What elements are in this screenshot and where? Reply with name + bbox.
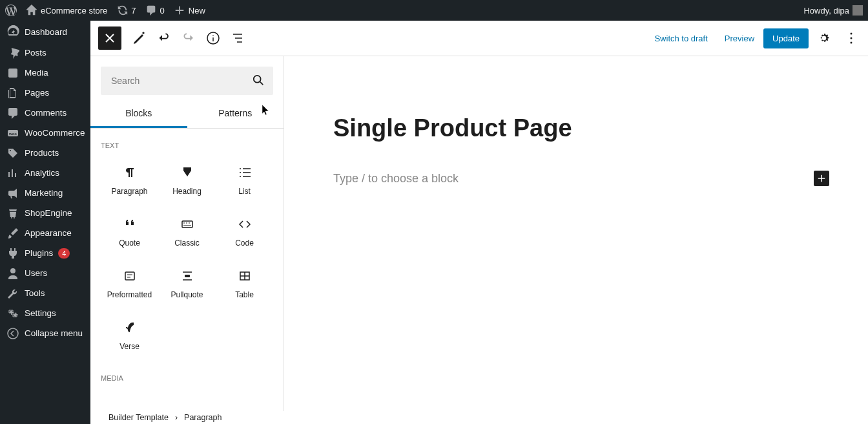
svg-rect-12: [185, 275, 190, 277]
block-pullquote[interactable]: Pullquote: [158, 258, 216, 310]
add-block-button[interactable]: [814, 171, 829, 186]
sidebar-item-analytics[interactable]: Analytics: [0, 163, 90, 183]
sidebar-item-comments[interactable]: Comments: [0, 103, 90, 123]
edit-tool-button[interactable]: [128, 26, 151, 50]
comments-count: 0: [160, 6, 165, 16]
block-list[interactable]: List: [216, 154, 273, 206]
paragraph-icon: [122, 165, 138, 180]
howdy-link[interactable]: Howdy, dipa: [803, 5, 863, 16]
block-classic[interactable]: Classic: [158, 206, 216, 258]
site-home-link[interactable]: eCommerce store: [26, 5, 107, 16]
block-inserter: Blocks Patterns TEXT Paragraph Heading L…: [90, 56, 284, 411]
sidebar-item-tools[interactable]: Tools: [0, 283, 90, 303]
sidebar-item-pages[interactable]: Pages: [0, 83, 90, 103]
shopengine-icon: [6, 207, 19, 220]
sidebar-item-posts[interactable]: Posts: [0, 43, 90, 63]
new-content-link[interactable]: New: [174, 5, 205, 16]
breadcrumb: Builder Template › Paragraph: [90, 411, 868, 424]
undo-icon: [156, 30, 172, 46]
new-label: New: [189, 6, 205, 16]
undo-button[interactable]: [152, 26, 176, 50]
block-placeholder[interactable]: Type / to choose a block: [333, 172, 459, 186]
info-icon: [205, 30, 221, 46]
kebab-icon: [843, 30, 859, 46]
details-button[interactable]: [202, 26, 225, 50]
sidebar-item-plugins[interactable]: Plugins4: [0, 243, 90, 263]
breadcrumb-current[interactable]: Paragraph: [184, 413, 222, 422]
update-button[interactable]: Update: [763, 28, 809, 48]
label: Collapse menu: [25, 328, 83, 338]
svg-point-9: [254, 76, 261, 83]
table-icon: [237, 268, 253, 284]
pencil-icon: [132, 30, 147, 46]
sidebar-item-products[interactable]: Products: [0, 143, 90, 163]
block-preformatted[interactable]: Preformatted: [101, 258, 158, 310]
section-title-media: MEDIA: [101, 374, 273, 382]
sidebar-item-dashboard[interactable]: Dashboard: [0, 21, 90, 43]
settings-button[interactable]: [812, 26, 836, 50]
sidebar-item-woocommerce[interactable]: wooWooCommerce: [0, 123, 90, 143]
label: Verse: [119, 342, 140, 351]
sidebar-item-media[interactable]: Media: [0, 63, 90, 83]
sidebar-item-shopengine[interactable]: ShopEngine: [0, 203, 90, 223]
howdy-text: Howdy, dipa: [803, 6, 849, 16]
close-inserter-button[interactable]: [98, 26, 121, 50]
sidebar-item-users[interactable]: Users: [0, 263, 90, 283]
sidebar-item-appearance[interactable]: Appearance: [0, 223, 90, 243]
comments-icon: [6, 107, 19, 120]
wp-logo[interactable]: [5, 5, 17, 16]
svg-point-2: [10, 310, 12, 312]
block-heading[interactable]: Heading: [158, 154, 216, 206]
label: Posts: [25, 48, 46, 58]
redo-button[interactable]: [177, 26, 200, 50]
label: Classic: [174, 238, 200, 248]
classic-icon: [180, 217, 195, 232]
search-icon: [253, 74, 265, 87]
label: Marketing: [25, 188, 63, 198]
block-code[interactable]: Code: [216, 206, 273, 258]
svg-rect-11: [125, 272, 134, 280]
label: Heading: [172, 187, 202, 196]
switch-draft-link[interactable]: Switch to draft: [646, 28, 715, 48]
preformatted-icon: [122, 268, 138, 284]
block-quote[interactable]: Quote: [101, 206, 158, 258]
editor-canvas[interactable]: Single Product Page Type / to choose a b…: [294, 56, 868, 411]
plugins-icon: [6, 247, 19, 260]
label: Code: [235, 238, 254, 248]
preview-link[interactable]: Preview: [717, 28, 762, 48]
admin-bar: eCommerce store 7 0 New Howdy, dipa: [0, 0, 868, 21]
plugin-update-badge: 4: [58, 248, 70, 259]
tab-patterns[interactable]: Patterns: [187, 100, 284, 128]
collapse-icon: [6, 327, 19, 340]
block-verse[interactable]: Verse: [101, 310, 158, 361]
close-icon: [102, 30, 118, 46]
label: Tools: [25, 288, 45, 298]
page-title[interactable]: Single Product Page: [333, 114, 829, 142]
tab-blocks[interactable]: Blocks: [90, 100, 187, 128]
avatar: [852, 5, 863, 16]
users-icon: [6, 267, 19, 280]
label: Analytics: [25, 168, 59, 178]
label: Settings: [25, 308, 56, 318]
heading-icon: [180, 165, 195, 180]
admin-sidebar: Dashboard Posts Media Pages Comments woo…: [0, 21, 90, 424]
list-icon: [237, 165, 253, 180]
tools-icon: [6, 287, 19, 300]
breadcrumb-root[interactable]: Builder Template: [108, 413, 169, 422]
svg-point-6: [851, 33, 852, 35]
label: Table: [235, 290, 254, 299]
block-paragraph[interactable]: Paragraph: [101, 154, 158, 206]
options-button[interactable]: [840, 26, 863, 50]
outline-button[interactable]: [226, 26, 249, 50]
woo-icon: woo: [6, 127, 19, 140]
block-table[interactable]: Table: [216, 258, 273, 310]
sidebar-item-collapse[interactable]: Collapse menu: [0, 323, 90, 343]
updates-link[interactable]: 7: [116, 5, 136, 16]
site-name-label: eCommerce store: [41, 6, 107, 16]
sidebar-item-settings[interactable]: Settings: [0, 303, 90, 323]
search-input[interactable]: [101, 67, 273, 95]
label: Dashboard: [25, 27, 67, 37]
comments-link[interactable]: 0: [145, 5, 165, 16]
sidebar-item-marketing[interactable]: Marketing: [0, 183, 90, 203]
quote-icon: [122, 217, 138, 232]
